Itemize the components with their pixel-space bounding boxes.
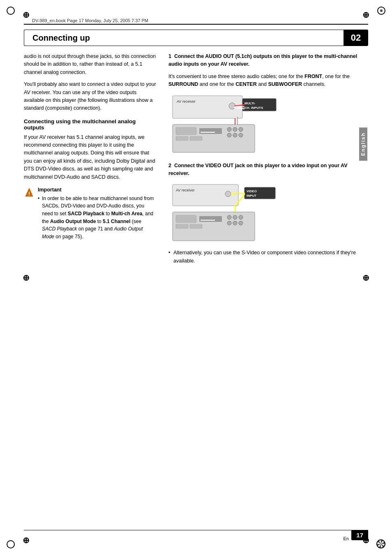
top-rule xyxy=(24,24,368,25)
svg-point-16 xyxy=(227,127,231,131)
svg-text:CH. INPUTS: CH. INPUTS xyxy=(244,106,263,110)
deco-gear-br xyxy=(376,539,385,548)
bullet-item-1: • In order to be able to hear multichann… xyxy=(38,195,156,241)
svg-point-21 xyxy=(239,133,243,137)
svg-text:AV receiver: AV receiver xyxy=(177,99,196,104)
svg-text:▬▬▬▬▬: ▬▬▬▬▬ xyxy=(201,130,215,133)
page-title: Connecting up xyxy=(32,33,90,43)
svg-text:MULTI-: MULTI- xyxy=(244,101,256,105)
svg-rect-34 xyxy=(176,224,188,228)
intro-para1: audio is not output through these jacks,… xyxy=(24,53,156,76)
svg-text:▬▬▬▬▬: ▬▬▬▬▬ xyxy=(201,218,215,221)
svg-point-38 xyxy=(239,215,243,219)
page-en-label: En xyxy=(344,536,349,541)
right-column: 1 Connect the AUDIO OUT (5.1ch) outputs … xyxy=(164,53,358,265)
intro-para2: You'll probably also want to connect a v… xyxy=(24,81,156,113)
important-content: Important • In order to be able to hear … xyxy=(38,187,156,241)
step2-instruction: 2 Connect the VIDEO OUT jack on this pla… xyxy=(168,162,358,178)
svg-point-20 xyxy=(233,133,237,137)
svg-text:!: ! xyxy=(28,191,30,197)
bottom-rule xyxy=(24,530,368,531)
diagram1-container: AV receiver MULTI- CH. INPUTS xyxy=(168,94,358,154)
svg-text:INPUT: INPUT xyxy=(247,194,256,198)
diagram1-svg: AV receiver MULTI- CH. INPUTS xyxy=(168,94,279,154)
sidebar-english-label: English xyxy=(359,127,367,161)
crosshair-tl: ⊕ xyxy=(23,10,30,20)
step1-instruction: 1 Connect the AUDIO OUT (5.1ch) outputs … xyxy=(168,53,358,89)
crosshair-ml: ⊕ xyxy=(23,273,30,283)
title-box: Connecting up xyxy=(24,30,344,46)
svg-point-27 xyxy=(225,191,231,197)
deco-circle-bl xyxy=(7,540,15,548)
svg-rect-33 xyxy=(176,215,196,223)
svg-point-36 xyxy=(227,215,231,219)
diagram2-container: AV receiver VIDEO INPUT xyxy=(168,182,358,243)
diagram1: AV receiver MULTI- CH. INPUTS xyxy=(168,94,279,154)
svg-point-17 xyxy=(233,127,237,131)
svg-point-37 xyxy=(233,215,237,219)
deco-circle-tl xyxy=(7,7,15,15)
svg-point-19 xyxy=(227,133,231,137)
bullet-note: • Alternatively, you can use the S-Video… xyxy=(168,249,358,265)
step2-bold: Connect the VIDEO OUT jack on this playe… xyxy=(168,163,347,176)
svg-point-18 xyxy=(239,127,243,131)
svg-rect-13 xyxy=(190,136,202,140)
svg-rect-35 xyxy=(190,224,202,228)
header-info: DV-989_en.book Page 17 Monday, July 25, … xyxy=(32,18,148,23)
page-number-badge: 17 xyxy=(351,530,368,540)
left-column: audio is not output through these jacks,… xyxy=(24,53,164,265)
deco-circle-tr xyxy=(377,7,385,15)
diagram2-svg: AV receiver VIDEO INPUT xyxy=(168,182,279,243)
step1-text: It's convenient to use three stereo audi… xyxy=(168,73,358,89)
important-box: ! Important • In order to be able to hea… xyxy=(24,187,156,241)
chapter-badge: 02 xyxy=(344,30,368,46)
svg-point-39 xyxy=(227,221,231,225)
svg-rect-12 xyxy=(176,136,188,140)
step1-num: 1 xyxy=(168,53,171,59)
section-heading: Connecting using the multichannel analog… xyxy=(24,118,156,131)
crosshair-bl: ⊕ xyxy=(23,535,30,545)
svg-rect-11 xyxy=(176,127,196,135)
svg-text:VIDEO: VIDEO xyxy=(247,189,257,193)
bullet-dot: • xyxy=(168,249,170,257)
step1-bold: Connect the AUDIO OUT (5.1ch) outputs on… xyxy=(168,53,357,67)
diagram2: AV receiver VIDEO INPUT xyxy=(168,182,279,243)
important-icon: ! xyxy=(24,187,35,199)
section-para: If your AV receiver has 5.1 channel anal… xyxy=(24,134,156,181)
crosshair-mr: ⊕ xyxy=(362,273,369,283)
svg-text:AV receiver: AV receiver xyxy=(176,188,195,192)
crosshair-tr: ⊕ xyxy=(362,10,369,20)
step2-num: 2 xyxy=(168,163,171,168)
main-content: audio is not output through these jacks,… xyxy=(24,53,358,265)
svg-point-40 xyxy=(233,221,237,225)
important-label: Important xyxy=(38,187,156,193)
title-section: Connecting up 02 xyxy=(24,30,368,46)
svg-point-41 xyxy=(239,221,243,225)
bullet2-text: Alternatively, you can use the S-Video o… xyxy=(173,250,356,263)
